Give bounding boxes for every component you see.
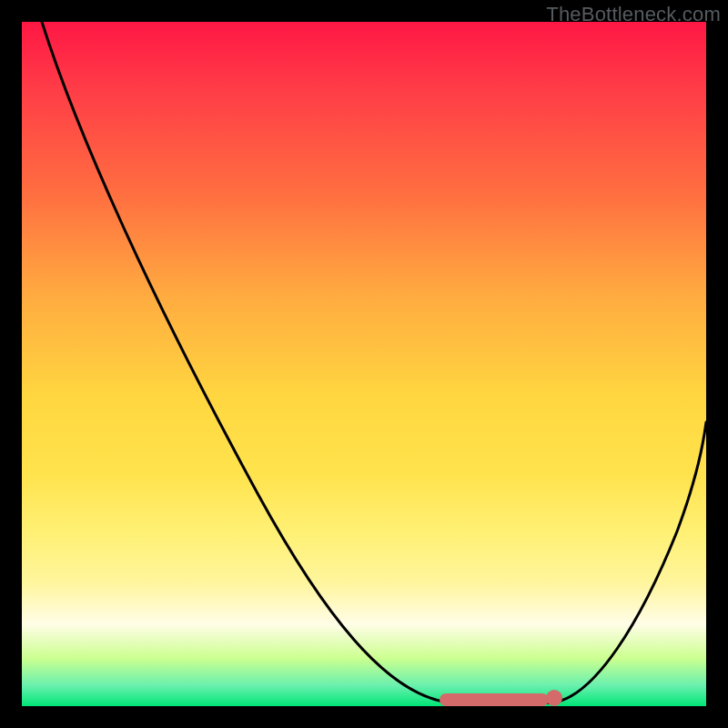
bottleneck-curve xyxy=(22,22,706,706)
plot-area xyxy=(22,22,706,706)
chart-stage: TheBottleneck.com xyxy=(0,0,728,728)
optimal-range-endcap xyxy=(546,690,562,706)
optimal-range-marker xyxy=(440,693,549,706)
watermark-text: TheBottleneck.com xyxy=(546,3,721,26)
curve-path xyxy=(42,22,706,704)
